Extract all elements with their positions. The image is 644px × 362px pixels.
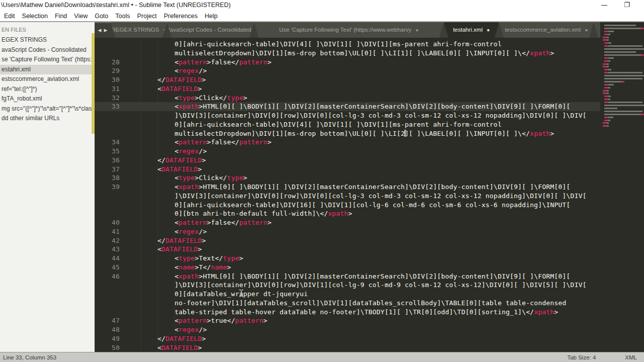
code-text[interactable]: </DATAFIELD> [123, 236, 206, 245]
menu-item-tools[interactable]: Tools [112, 11, 133, 21]
minimize-button[interactable]: — [598, 1, 611, 10]
code-text[interactable]: <regex/> [123, 66, 207, 75]
open-file-item[interactable]: avaScript Codes - Consolidated [0, 45, 95, 55]
tab-regex-strings[interactable]: REGEX STRINGS× [111, 22, 167, 38]
minimap[interactable] [600, 22, 644, 352]
code-line[interactable]: 41<regex/> [95, 227, 644, 236]
code-line[interactable]: 49</DATAFIELD> [95, 334, 644, 343]
code-text[interactable]: <pattern>false</pattern> [123, 138, 272, 147]
code-line[interactable]: multiselectDropdown]\DIV[1][ms-drop bott… [95, 129, 644, 138]
code-line[interactable]: multiselectDropdown]\DIV[1][ms-drop bott… [95, 49, 644, 58]
code-line[interactable]: 45<name>T</name> [95, 263, 644, 272]
code-text[interactable]: </DATAFIELD> [123, 156, 206, 165]
code-text[interactable]: <regex/> [123, 147, 207, 156]
code-text[interactable]: <pattern>false</pattern> [123, 58, 272, 67]
code-line[interactable]: 39<xpath>HTML[0][ ]\BODY[1][ ]\DIV[2][ma… [95, 183, 644, 192]
code-line[interactable]: 28<pattern>false</pattern> [95, 58, 644, 67]
code-line[interactable]: no-footer]\DIV[1][dataTables_scroll]\DIV… [95, 299, 644, 308]
menu-item-selection[interactable]: Selection [19, 11, 51, 21]
code-line[interactable]: 37<DATAFIELD> [95, 165, 644, 174]
tab-scroll-left-icon[interactable]: ◀ [98, 28, 102, 33]
code-text[interactable]: ]\DIV[3][container]\DIV[0][row]\DIV[0][c… [123, 111, 587, 120]
menu-item-goto[interactable]: Goto [91, 11, 112, 21]
code-text[interactable]: 0][ahri-quicksearch-table]\DIV[4][ ]\DIV… [123, 40, 502, 49]
code-line[interactable]: ]\DIV[3][container]\DIV[0][row]\DIV[0][c… [95, 192, 644, 201]
code-text[interactable]: <DATAFIELD> [123, 245, 202, 254]
menu-item-help[interactable]: Help [201, 11, 221, 21]
open-file-item[interactable]: estahri.xml [0, 65, 95, 75]
code-line[interactable]: 48<regex/> [95, 325, 644, 334]
menu-item-project[interactable]: Project [133, 11, 160, 21]
tab-scroll-right-icon[interactable]: ▶ [104, 28, 108, 33]
code-text[interactable]: <pattern>true</pattern> [123, 316, 268, 325]
tab-testsccommerce-aviation-xml[interactable]: testsccommerce_aviation.xml● [499, 22, 594, 38]
code-line[interactable]: 0][ahri-quicksearch-table]\DIV[4][ ]\DIV… [95, 120, 644, 129]
code-text[interactable]: table-striped table-hover dataTable no-f… [123, 308, 558, 317]
open-file-item[interactable]: estsccommerce_aviation.xml [0, 74, 95, 84]
code-line[interactable]: 31<DATAFIELD> [95, 84, 644, 94]
open-file-item[interactable]: dd other similar URLs [0, 114, 95, 124]
code-text[interactable]: multiselectDropdown]\DIV[1][ms-drop bott… [123, 129, 554, 138]
code-line[interactable]: 50<DATAFIELD> [95, 343, 644, 352]
code-text[interactable]: <name>T</name> [123, 263, 231, 272]
menu-item-find[interactable]: Find [51, 11, 70, 21]
code-text[interactable]: <type>Click</type> [123, 173, 248, 183]
code-line[interactable]: 30</DATAFIELD> [95, 75, 644, 84]
code-text[interactable]: multiselectDropdown]\DIV[1][ms-drop bott… [123, 49, 554, 58]
code-line[interactable]: 36</DATAFIELD> [95, 156, 644, 165]
code-text[interactable]: <DATAFIELD> [123, 84, 202, 94]
code-text[interactable]: <DATAFIELD> [123, 343, 202, 352]
code-text[interactable]: <xpath>HTML[0][ ]\BODY[1][ ]\DIV[2][mast… [123, 102, 571, 111]
code-text[interactable]: 0][btn ahri-btn-default full-width]\</xp… [123, 209, 352, 218]
open-file-item[interactable]: EGEX STRINGS [0, 35, 95, 45]
code-line[interactable]: 47<pattern>true</pattern> [95, 316, 644, 325]
code-line[interactable]: 46<xpath>HTML[0][ ]\BODY[1][ ]\DIV[2][ma… [95, 272, 644, 281]
code-text[interactable]: ]\DIV[3][container]\DIV[0][row]\DIV[0][c… [123, 192, 587, 201]
tab-testahri-xml[interactable]: testahri.xml● [444, 22, 499, 38]
menu-item-edit[interactable]: Edit [1, 11, 19, 21]
code-text[interactable]: </DATAFIELD> [123, 334, 206, 343]
open-file-item[interactable]: ref="tel:([^"]*) [0, 84, 95, 95]
code-text[interactable]: <pattern>false</pattern> [123, 218, 272, 227]
code-line[interactable]: table-striped table-hover dataTable no-f… [95, 308, 644, 317]
code-line[interactable]: 33<xpath>HTML[0][ ]\BODY[1][ ]\DIV[2][ma… [95, 102, 644, 111]
syntax-status[interactable]: XML [625, 354, 637, 360]
tab-use-capture-following-text-https-www-webharvy[interactable]: Use 'Capture Following Text' (https://ww… [254, 22, 444, 38]
code-line[interactable]: 40<pattern>false</pattern> [95, 218, 644, 227]
code-line[interactable]: ]\DIV[3][container]\DIV[0][row]\DIV[0][c… [95, 111, 644, 120]
code-text[interactable]: <DATAFIELD> [123, 165, 202, 174]
tab-javascript-codes-consolidated[interactable]: JavaScript Codes - Consolidated× [167, 22, 254, 38]
close-icon[interactable]: × [163, 27, 166, 33]
code-line[interactable]: 29<regex/> [95, 66, 644, 75]
open-file-item[interactable]: se 'Capture Following Text' (https:// [0, 55, 95, 65]
open-file-item[interactable]: fgTA_robot.xml [0, 94, 95, 104]
code-line[interactable]: 38<type>Click</type> [95, 173, 644, 183]
code-line[interactable]: 0][dataTables_wrapper dt-jqueryui [95, 290, 644, 299]
code-line[interactable]: 44<type>Text</type> [95, 254, 644, 263]
code-text[interactable]: </DATAFIELD> [123, 75, 206, 84]
code-editor[interactable]: 0][ahri-quicksearch-table]\DIV[4][ ]\DIV… [95, 38, 644, 352]
code-line[interactable]: 0][btn ahri-btn-default full-width]\</xp… [95, 209, 644, 218]
tab-size-status[interactable]: Tab Size: 4 [567, 354, 596, 360]
code-text[interactable]: 0][dataTables_wrapper dt-jqueryui [123, 290, 308, 299]
code-text[interactable]: no-footer]\DIV[1][dataTables_scroll]\DIV… [123, 299, 567, 308]
code-line[interactable]: 0][ahri-quicksearch-table]\DIV[16][ ]\DI… [95, 201, 644, 210]
restore-button[interactable]: ❐ [620, 1, 633, 10]
code-line[interactable]: 35<regex/> [95, 147, 644, 156]
code-text[interactable]: <xpath>HTML[0][ ]\BODY[1][ ]\DIV[2][mast… [123, 183, 571, 192]
code-text[interactable]: 0][ahri-quicksearch-table]\DIV[4][ ]\DIV… [123, 120, 502, 129]
code-line[interactable]: 0][ahri-quicksearch-table]\DIV[4][ ]\DIV… [95, 40, 644, 49]
open-file-item[interactable]: mg src="([^"]*)"\s*alt="[^"]*"\s*class [0, 104, 95, 114]
code-text[interactable]: <type>Click</type> [123, 94, 248, 103]
menu-item-preferences[interactable]: Preferences [160, 11, 201, 21]
code-line[interactable]: 32<type>Click</type> [95, 94, 644, 103]
code-line[interactable]: 34<pattern>false</pattern> [95, 138, 644, 147]
code-text[interactable]: <xpath>HTML[0][ ]\BODY[1][ ]\DIV[2][mast… [123, 272, 571, 281]
code-line[interactable]: ]\DIV[3][container]\DIV[0][row]\DIV[1][c… [95, 281, 644, 290]
code-line[interactable]: 43<DATAFIELD> [95, 245, 644, 254]
code-line[interactable]: 42</DATAFIELD> [95, 236, 644, 245]
code-text[interactable]: 0][ahri-quicksearch-table]\DIV[16][ ]\DI… [123, 201, 571, 210]
code-text[interactable]: <type>Text</type> [123, 254, 243, 263]
code-text[interactable]: <regex/> [123, 325, 207, 334]
code-text[interactable]: ]\DIV[3][container]\DIV[0][row]\DIV[1][c… [123, 281, 587, 290]
